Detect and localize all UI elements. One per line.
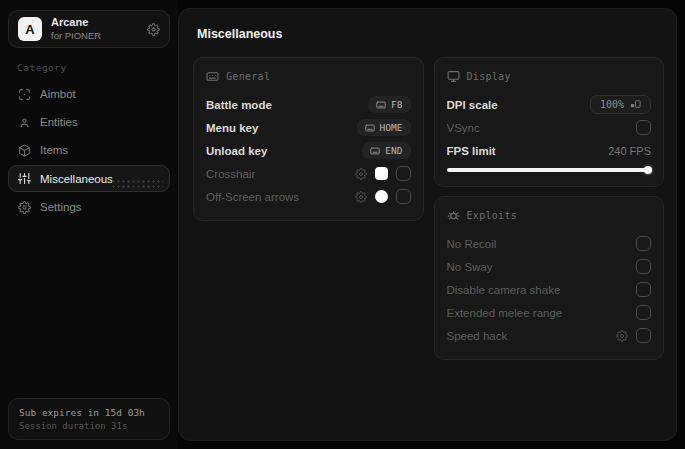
keybind-button[interactable]: F8 [368,96,410,113]
setting-label: Menu key [206,122,258,134]
sidebar-item-settings[interactable]: Settings [8,194,170,220]
no-recoil-checkbox[interactable] [636,236,651,251]
keybind-button[interactable]: HOME [357,119,411,136]
keybind-button[interactable]: END [362,142,410,159]
setting-label: Battle mode [206,99,272,111]
setting-label: Crosshair [206,168,255,180]
sidebar-nav: Aimbot Entities Items Miscellaneous [8,81,170,220]
subscription-info-card: Sub expires in 15d 03h Session duration … [8,398,170,440]
setting-label: DPI scale [447,99,498,111]
setting-label: Unload key [206,145,267,157]
sub-expires-text: Sub expires in 15d 03h [19,407,159,418]
color-swatch[interactable] [375,167,388,180]
category-label: Category [17,62,170,73]
setting-row-unload-key: Unload key END [206,139,411,162]
keybind-value: HOME [380,122,403,133]
slider-knob[interactable] [644,166,652,174]
session-duration-text: Session duration 31s [19,421,159,431]
display-card-header: Display [447,70,652,83]
gear-icon[interactable] [616,330,628,342]
general-card: General Battle mode F8 Menu key [193,57,424,221]
setting-row-offscreen-arrows: Off-Screen arrows [206,185,411,208]
app-logo: A [18,17,42,41]
app-name: Arcane [51,16,138,30]
app-logo-card: A Arcane for PIONER [8,10,170,48]
fps-limit-value: 240 FPS [608,145,651,157]
setting-row-battle-mode: Battle mode F8 [206,93,411,116]
setting-controls [355,166,411,181]
sliders-icon [18,172,31,185]
exploits-card-header: Exploits [447,209,652,222]
gear-icon[interactable] [355,191,367,203]
keyboard-icon [370,146,380,156]
color-swatch[interactable] [375,190,388,203]
setting-row-disable-camera-shake: Disable camera shake [447,278,652,301]
sidebar-item-label: Aimbot [40,88,76,100]
setting-label: FPS limit [447,145,496,157]
setting-label: Speed hack [447,330,508,342]
setting-controls [616,328,651,343]
crosshair-checkbox[interactable] [396,166,411,181]
right-column: Display DPI scale 100% VSync [434,57,665,360]
setting-row-vsync: VSync [447,116,652,139]
setting-label: Disable camera shake [447,284,561,296]
offscreen-arrows-checkbox[interactable] [396,189,411,204]
setting-row-speed-hack: Speed hack [447,324,652,347]
no-sway-checkbox[interactable] [636,259,651,274]
gear-icon[interactable] [355,168,367,180]
setting-label: Extended melee range [447,307,563,319]
sidebar-item-label: Entities [40,116,78,128]
bug-icon [447,209,460,222]
display-card: Display DPI scale 100% VSync [434,57,665,187]
setting-controls [355,189,411,204]
disable-camera-shake-checkbox[interactable] [636,282,651,297]
setting-label: VSync [447,122,480,134]
active-item-dots-texture [111,179,163,188]
exploits-card: Exploits No Recoil No Sway Disable camer… [434,196,665,360]
sidebar-item-miscellaneous[interactable]: Miscellaneous [8,165,170,192]
sidebar-item-entities[interactable]: Entities [8,109,170,135]
setting-row-no-recoil: No Recoil [447,232,652,255]
setting-row-no-sway: No Sway [447,255,652,278]
keyboard-icon [206,70,219,83]
scale-icon [630,99,641,110]
sidebar-item-label: Items [40,144,68,156]
sidebar-item-aimbot[interactable]: Aimbot [8,81,170,107]
gear-icon[interactable] [147,23,160,36]
setting-row-crosshair: Crosshair [206,162,411,185]
page-title: Miscellaneous [197,27,664,41]
general-card-header: General [206,70,411,83]
main-panel: Miscellaneous General Battle mode [178,8,677,441]
keybind-value: END [385,145,402,156]
monitor-icon [447,70,460,83]
setting-row-dpi-scale: DPI scale 100% [447,93,652,116]
sidebar: A Arcane for PIONER Category Aimbot Enti… [0,0,178,449]
dpi-scale-select[interactable]: 100% [590,95,651,114]
settings-columns: General Battle mode F8 Menu key [193,57,664,360]
setting-label: No Recoil [447,238,497,250]
setting-label: Off-Screen arrows [206,191,299,203]
vsync-checkbox[interactable] [636,120,651,135]
setting-row-fps-limit: FPS limit 240 FPS [447,139,652,162]
items-icon [18,144,31,157]
keybind-value: F8 [391,99,402,110]
dpi-scale-value: 100% [600,99,624,110]
fps-limit-slider[interactable] [447,166,652,174]
speed-hack-checkbox[interactable] [636,328,651,343]
setting-row-menu-key: Menu key HOME [206,116,411,139]
sidebar-item-items[interactable]: Items [8,137,170,163]
setting-row-extended-melee-range: Extended melee range [447,301,652,324]
general-card-title: General [226,71,270,82]
app-subtitle: for PIONER [51,30,138,42]
keyboard-icon [376,100,386,110]
sidebar-item-label: Miscellaneous [40,173,113,185]
display-card-title: Display [467,71,511,82]
aimbot-icon [18,88,31,101]
gear-icon [18,201,31,214]
entities-icon [18,116,31,129]
setting-label: No Sway [447,261,493,273]
sidebar-item-label: Settings [40,201,82,213]
keyboard-icon [365,123,375,133]
extended-melee-range-checkbox[interactable] [636,305,651,320]
exploits-card-title: Exploits [467,210,518,221]
